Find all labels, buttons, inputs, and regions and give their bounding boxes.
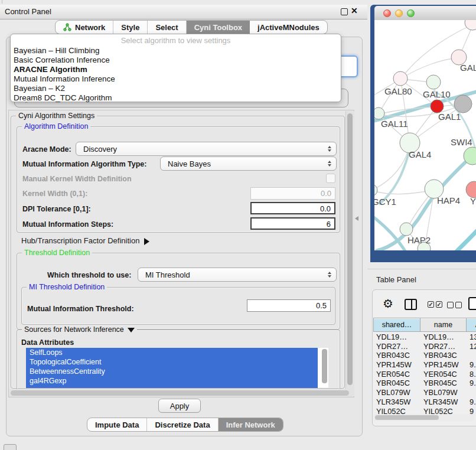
column-header-cut[interactable]: A [466, 318, 476, 332]
data-attributes-label: Data Attributes [21, 338, 74, 347]
tab-network[interactable]: Network [56, 21, 113, 34]
aracne-mode-combo[interactable]: Discovery [76, 142, 337, 156]
column-header-shared-name[interactable]: shared… [373, 318, 420, 332]
algorithm-option[interactable]: Dream8 DC_TDC Algorithm [11, 93, 341, 103]
select-all-checked-icon[interactable]: ✓ [436, 301, 442, 308]
deselect-icon[interactable] [447, 302, 454, 308]
close-icon[interactable]: ✕ [351, 6, 358, 15]
algorithm-dropdown-popup: Select algorithm to view settings Bayesi… [10, 34, 341, 102]
tab-jactivemnodules[interactable]: jActiveMNodules [250, 21, 327, 34]
collapse-down-icon [128, 328, 135, 332]
table-row[interactable]: YDR27… YDR27… 12 [373, 342, 476, 351]
node-gal11[interactable] [374, 107, 384, 119]
mi-threshold-label: Mutual Information Threshold: [27, 305, 134, 313]
node-label: GAL4 [409, 149, 431, 159]
network-view-window[interactable]: GAL GAL80 GAL10 GAL1 GAL11 SWI4 GAL4 GCY… [370, 5, 476, 262]
node-label: HAP2 [407, 235, 431, 245]
table-rows: YDL19… YDL19… 13 YDR27… YDR27… 12 YBR043… [373, 332, 476, 416]
dpi-tolerance-label: DPI Tolerance [0,1]: [22, 205, 91, 213]
tab-infer-network[interactable]: Infer Network [219, 418, 283, 431]
popup-placeholder: Select algorithm to view settings [11, 35, 341, 46]
stepper-icon [328, 161, 331, 167]
float-window-icon[interactable] [341, 8, 348, 15]
scroll-thumb[interactable] [11, 390, 349, 396]
mi-steps-label: Mutual Information Steps: [22, 220, 113, 229]
node-y-cut[interactable] [466, 181, 476, 198]
attribute-option[interactable]: SelfLoops [26, 348, 328, 357]
attribute-option[interactable]: BetweennessCentrality [26, 367, 328, 376]
network-canvas[interactable]: GAL GAL80 GAL10 GAL1 GAL11 SWI4 GAL4 GCY… [374, 20, 476, 250]
table-row[interactable]: YER054C YER054C 8. [373, 370, 476, 379]
node-gal1[interactable] [431, 100, 444, 113]
select-all-checked-icon[interactable]: ✓ [428, 301, 434, 308]
table-row[interactable]: YLR345W YLR345W 9. [373, 397, 476, 407]
mi-threshold-field[interactable]: 0.5 [247, 299, 331, 312]
node-hap2[interactable] [400, 223, 413, 236]
attribute-items: SelfLoopsTopologicalCoefficientBetweenne… [26, 348, 328, 386]
panel-title: Control Panel [5, 7, 51, 16]
algorithm-option[interactable]: Basic Correlation Inference [11, 56, 341, 65]
close-window-icon[interactable] [383, 9, 391, 17]
table-row[interactable]: YBL079W YBL079W [373, 388, 476, 397]
bottom-left-button[interactable] [4, 444, 17, 450]
manual-kernel-label: Manual Kernel Width Definition [22, 175, 132, 183]
settings-vertical-scrollbar[interactable] [345, 111, 354, 396]
table-row[interactable]: YDL19… YDL19… 13 [373, 332, 476, 342]
list-scrollbar[interactable] [322, 349, 327, 383]
scroll-thumb[interactable] [375, 415, 439, 420]
node-label: GAL10 [423, 89, 451, 99]
tab-label: Network [75, 23, 105, 32]
zoom-window-icon[interactable] [407, 9, 415, 17]
mi-steps-field[interactable]: 6 [250, 217, 335, 230]
divider [367, 269, 476, 269]
column-header-name[interactable]: name [420, 318, 467, 332]
node-gal10[interactable] [426, 75, 441, 89]
kernel-width-field[interactable]: 0.0 [250, 187, 335, 200]
settings-horizontal-scrollbar[interactable] [9, 389, 354, 397]
gear-icon[interactable]: ⚙ [383, 297, 393, 310]
splitter-collapse-icon[interactable] [355, 216, 358, 221]
sources-title[interactable]: Sources for Network Inference [22, 325, 137, 334]
network-window-titlebar[interactable] [374, 6, 476, 21]
attribute-option[interactable]: gal4RGexp [26, 376, 328, 386]
node-label: SWI4 [451, 137, 472, 147]
table-panel-title: Table Panel [376, 275, 416, 284]
algorithm-option[interactable]: Mutual Information Inference [11, 74, 341, 84]
mi-type-label: Mutual Information Algorithm Type: [22, 160, 146, 168]
deselect-icon[interactable] [455, 302, 462, 308]
apply-button[interactable]: Apply [158, 399, 201, 413]
manual-kernel-checkbox[interactable] [326, 174, 335, 183]
algorithm-option[interactable]: ARACNE Algorithm [11, 65, 341, 74]
columns-icon[interactable] [405, 299, 417, 310]
scroll-thumb[interactable] [347, 113, 353, 385]
node-gcy1[interactable] [374, 184, 377, 196]
hub-definition-toggle[interactable]: Hub/Transcription Factor Definition [21, 236, 149, 245]
table-row[interactable]: YBR043C YBR043C [373, 351, 476, 360]
tab-discretize-data[interactable]: Discretize Data [147, 418, 218, 431]
minimize-window-icon[interactable] [395, 9, 403, 17]
network-icon [63, 23, 71, 31]
dpi-tolerance-field[interactable]: 0.0 [250, 202, 335, 214]
node-gal80[interactable] [393, 71, 407, 86]
tab-select[interactable]: Select [148, 21, 186, 34]
new-table-icon[interactable] [468, 297, 476, 310]
node-gray[interactable] [454, 95, 472, 113]
mi-type-combo[interactable]: Naive Bayes [160, 156, 337, 171]
screen: Control Panel ✕ Network Style Select Cyn… [0, 0, 476, 450]
tab-style[interactable]: Style [113, 21, 148, 34]
attribute-option[interactable]: TopologicalCoefficient [26, 357, 328, 367]
node-label: GAL11 [381, 119, 408, 129]
table-horizontal-scrollbar[interactable] [374, 414, 474, 421]
node-label: HAP4 [437, 195, 460, 206]
node-cut-top[interactable] [465, 20, 476, 30]
algorithm-option[interactable]: Bayesian – K2 [11, 84, 341, 93]
algorithm-definition-title: Algorithm Definition [22, 122, 90, 131]
table-row[interactable]: YPR145W YPR145W 9. [373, 360, 476, 370]
algorithm-option[interactable]: Bayesian – Hill Climbing [11, 46, 341, 56]
tab-cyni-toolbox[interactable]: Cyni Toolbox [187, 21, 250, 34]
which-threshold-combo[interactable]: MI Threshold [138, 268, 337, 282]
node-label: GAL [460, 63, 476, 73]
tab-impute-data[interactable]: Impute Data [87, 418, 147, 431]
aracne-mode-label: Aracne Mode: [22, 145, 71, 154]
table-row[interactable]: YBR045C YBR045C 9. [373, 379, 476, 388]
